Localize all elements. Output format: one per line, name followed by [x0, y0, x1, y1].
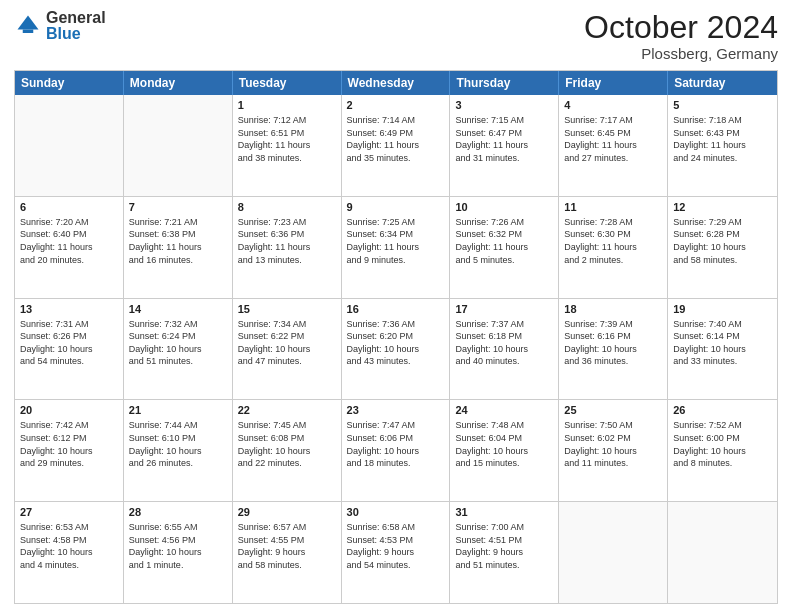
day-number: 28 — [129, 505, 227, 520]
calendar-cell: 31Sunrise: 7:00 AM Sunset: 4:51 PM Dayli… — [450, 502, 559, 603]
day-number: 31 — [455, 505, 553, 520]
cell-info: Sunrise: 7:29 AM Sunset: 6:28 PM Dayligh… — [673, 216, 772, 266]
calendar-cell: 30Sunrise: 6:58 AM Sunset: 4:53 PM Dayli… — [342, 502, 451, 603]
calendar-cell — [668, 502, 777, 603]
day-number: 23 — [347, 403, 445, 418]
calendar-cell: 18Sunrise: 7:39 AM Sunset: 6:16 PM Dayli… — [559, 299, 668, 400]
day-number: 30 — [347, 505, 445, 520]
cell-info: Sunrise: 7:12 AM Sunset: 6:51 PM Dayligh… — [238, 114, 336, 164]
calendar-row-5: 27Sunrise: 6:53 AM Sunset: 4:58 PM Dayli… — [15, 501, 777, 603]
day-number: 26 — [673, 403, 772, 418]
day-number: 1 — [238, 98, 336, 113]
calendar-cell: 27Sunrise: 6:53 AM Sunset: 4:58 PM Dayli… — [15, 502, 124, 603]
day-number: 13 — [20, 302, 118, 317]
calendar-cell: 7Sunrise: 7:21 AM Sunset: 6:38 PM Daylig… — [124, 197, 233, 298]
cell-info: Sunrise: 6:58 AM Sunset: 4:53 PM Dayligh… — [347, 521, 445, 571]
cell-info: Sunrise: 7:44 AM Sunset: 6:10 PM Dayligh… — [129, 419, 227, 469]
cell-info: Sunrise: 7:45 AM Sunset: 6:08 PM Dayligh… — [238, 419, 336, 469]
cell-info: Sunrise: 7:28 AM Sunset: 6:30 PM Dayligh… — [564, 216, 662, 266]
calendar-cell: 8Sunrise: 7:23 AM Sunset: 6:36 PM Daylig… — [233, 197, 342, 298]
calendar-cell: 4Sunrise: 7:17 AM Sunset: 6:45 PM Daylig… — [559, 95, 668, 196]
logo-text: General Blue — [46, 10, 106, 42]
calendar-cell: 10Sunrise: 7:26 AM Sunset: 6:32 PM Dayli… — [450, 197, 559, 298]
cell-info: Sunrise: 7:40 AM Sunset: 6:14 PM Dayligh… — [673, 318, 772, 368]
cell-info: Sunrise: 7:17 AM Sunset: 6:45 PM Dayligh… — [564, 114, 662, 164]
weekday-header-thursday: Thursday — [450, 71, 559, 95]
calendar-cell: 9Sunrise: 7:25 AM Sunset: 6:34 PM Daylig… — [342, 197, 451, 298]
cell-info: Sunrise: 7:20 AM Sunset: 6:40 PM Dayligh… — [20, 216, 118, 266]
cell-info: Sunrise: 7:21 AM Sunset: 6:38 PM Dayligh… — [129, 216, 227, 266]
day-number: 6 — [20, 200, 118, 215]
calendar-cell: 2Sunrise: 7:14 AM Sunset: 6:49 PM Daylig… — [342, 95, 451, 196]
cell-info: Sunrise: 7:23 AM Sunset: 6:36 PM Dayligh… — [238, 216, 336, 266]
logo-general-text: General — [46, 10, 106, 26]
svg-rect-1 — [23, 30, 34, 34]
cell-info: Sunrise: 7:48 AM Sunset: 6:04 PM Dayligh… — [455, 419, 553, 469]
calendar-row-3: 13Sunrise: 7:31 AM Sunset: 6:26 PM Dayli… — [15, 298, 777, 400]
day-number: 29 — [238, 505, 336, 520]
cell-info: Sunrise: 7:39 AM Sunset: 6:16 PM Dayligh… — [564, 318, 662, 368]
cell-info: Sunrise: 7:42 AM Sunset: 6:12 PM Dayligh… — [20, 419, 118, 469]
calendar-cell: 3Sunrise: 7:15 AM Sunset: 6:47 PM Daylig… — [450, 95, 559, 196]
calendar-cell: 5Sunrise: 7:18 AM Sunset: 6:43 PM Daylig… — [668, 95, 777, 196]
calendar-cell: 21Sunrise: 7:44 AM Sunset: 6:10 PM Dayli… — [124, 400, 233, 501]
calendar-cell: 16Sunrise: 7:36 AM Sunset: 6:20 PM Dayli… — [342, 299, 451, 400]
day-number: 22 — [238, 403, 336, 418]
calendar: SundayMondayTuesdayWednesdayThursdayFrid… — [14, 70, 778, 604]
calendar-row-2: 6Sunrise: 7:20 AM Sunset: 6:40 PM Daylig… — [15, 196, 777, 298]
title-section: October 2024 Plossberg, Germany — [584, 10, 778, 62]
cell-info: Sunrise: 6:53 AM Sunset: 4:58 PM Dayligh… — [20, 521, 118, 571]
calendar-cell: 25Sunrise: 7:50 AM Sunset: 6:02 PM Dayli… — [559, 400, 668, 501]
cell-info: Sunrise: 7:52 AM Sunset: 6:00 PM Dayligh… — [673, 419, 772, 469]
logo-icon — [14, 12, 42, 40]
day-number: 16 — [347, 302, 445, 317]
calendar-cell: 6Sunrise: 7:20 AM Sunset: 6:40 PM Daylig… — [15, 197, 124, 298]
cell-info: Sunrise: 7:36 AM Sunset: 6:20 PM Dayligh… — [347, 318, 445, 368]
calendar-cell: 22Sunrise: 7:45 AM Sunset: 6:08 PM Dayli… — [233, 400, 342, 501]
day-number: 12 — [673, 200, 772, 215]
calendar-row-1: 1Sunrise: 7:12 AM Sunset: 6:51 PM Daylig… — [15, 95, 777, 196]
day-number: 7 — [129, 200, 227, 215]
day-number: 9 — [347, 200, 445, 215]
day-number: 17 — [455, 302, 553, 317]
weekday-header-friday: Friday — [559, 71, 668, 95]
calendar-cell — [559, 502, 668, 603]
day-number: 25 — [564, 403, 662, 418]
day-number: 10 — [455, 200, 553, 215]
logo: General Blue — [14, 10, 106, 42]
cell-info: Sunrise: 7:25 AM Sunset: 6:34 PM Dayligh… — [347, 216, 445, 266]
day-number: 19 — [673, 302, 772, 317]
svg-marker-0 — [18, 16, 39, 30]
cell-info: Sunrise: 7:31 AM Sunset: 6:26 PM Dayligh… — [20, 318, 118, 368]
day-number: 15 — [238, 302, 336, 317]
calendar-cell: 14Sunrise: 7:32 AM Sunset: 6:24 PM Dayli… — [124, 299, 233, 400]
cell-info: Sunrise: 7:14 AM Sunset: 6:49 PM Dayligh… — [347, 114, 445, 164]
calendar-cell: 12Sunrise: 7:29 AM Sunset: 6:28 PM Dayli… — [668, 197, 777, 298]
month-title: October 2024 — [584, 10, 778, 45]
calendar-cell: 13Sunrise: 7:31 AM Sunset: 6:26 PM Dayli… — [15, 299, 124, 400]
cell-info: Sunrise: 7:34 AM Sunset: 6:22 PM Dayligh… — [238, 318, 336, 368]
calendar-cell: 11Sunrise: 7:28 AM Sunset: 6:30 PM Dayli… — [559, 197, 668, 298]
weekday-header-wednesday: Wednesday — [342, 71, 451, 95]
weekday-header-sunday: Sunday — [15, 71, 124, 95]
day-number: 3 — [455, 98, 553, 113]
weekday-header-saturday: Saturday — [668, 71, 777, 95]
cell-info: Sunrise: 6:55 AM Sunset: 4:56 PM Dayligh… — [129, 521, 227, 571]
day-number: 14 — [129, 302, 227, 317]
calendar-cell: 1Sunrise: 7:12 AM Sunset: 6:51 PM Daylig… — [233, 95, 342, 196]
day-number: 11 — [564, 200, 662, 215]
location: Plossberg, Germany — [584, 45, 778, 62]
cell-info: Sunrise: 7:18 AM Sunset: 6:43 PM Dayligh… — [673, 114, 772, 164]
calendar-cell: 26Sunrise: 7:52 AM Sunset: 6:00 PM Dayli… — [668, 400, 777, 501]
calendar-cell — [15, 95, 124, 196]
calendar-cell: 24Sunrise: 7:48 AM Sunset: 6:04 PM Dayli… — [450, 400, 559, 501]
calendar-cell: 15Sunrise: 7:34 AM Sunset: 6:22 PM Dayli… — [233, 299, 342, 400]
day-number: 5 — [673, 98, 772, 113]
day-number: 24 — [455, 403, 553, 418]
calendar-cell: 17Sunrise: 7:37 AM Sunset: 6:18 PM Dayli… — [450, 299, 559, 400]
calendar-body: 1Sunrise: 7:12 AM Sunset: 6:51 PM Daylig… — [15, 95, 777, 603]
day-number: 20 — [20, 403, 118, 418]
cell-info: Sunrise: 7:00 AM Sunset: 4:51 PM Dayligh… — [455, 521, 553, 571]
cell-info: Sunrise: 7:26 AM Sunset: 6:32 PM Dayligh… — [455, 216, 553, 266]
cell-info: Sunrise: 7:32 AM Sunset: 6:24 PM Dayligh… — [129, 318, 227, 368]
